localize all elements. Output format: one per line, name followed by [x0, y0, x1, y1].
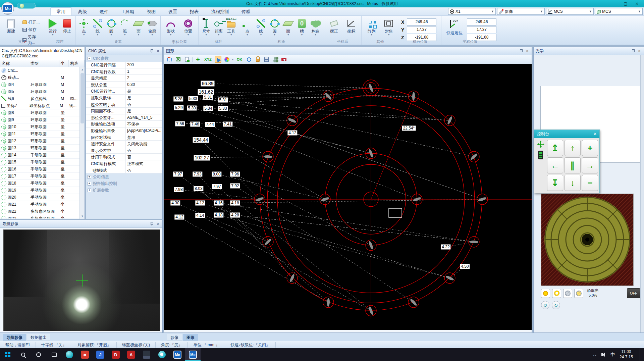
ribbon-tab[interactable]: 硬件: [93, 7, 115, 15]
prop-value[interactable]: [AppPath]\CADPi...: [126, 127, 162, 134]
select-rect-tool[interactable]: [166, 56, 173, 63]
measurement-label[interactable]: 154.44: [193, 137, 209, 143]
ribbon-tab[interactable]: 流程控制: [205, 7, 235, 15]
taskbar-app-4[interactable]: D: [108, 348, 123, 361]
close-button[interactable]: ✕: [631, 0, 643, 7]
ribbon-tab[interactable]: 传感: [235, 7, 257, 15]
gdt-button[interactable]: 形状▾: [163, 17, 179, 39]
prop-row[interactable]: 使用手动模式 否: [86, 154, 162, 160]
jog-speed-indicator[interactable]: [538, 151, 543, 159]
ime-indicator[interactable]: 中: [610, 352, 615, 358]
element-button[interactable]: 圆▾: [105, 17, 117, 39]
redo-icon[interactable]: ↻: [552, 301, 560, 309]
element-button[interactable]: 点▾: [78, 17, 90, 39]
move-all-icon[interactable]: [537, 141, 544, 148]
prop-value[interactable]: 200: [126, 62, 162, 68]
measurement-label[interactable]: 4.50: [460, 264, 470, 269]
scrollbar-thumb[interactable]: [80, 73, 84, 123]
open-button[interactable]: 打开...: [21, 19, 42, 25]
prop-value[interactable]: 2: [126, 75, 162, 81]
scroll-down-icon[interactable]: ▼: [80, 214, 85, 219]
measurement-label[interactable]: 4.18: [230, 201, 240, 206]
ribbon-tab[interactable]: 视图: [141, 7, 162, 15]
measurement-label[interactable]: 8.00: [212, 172, 221, 177]
prop-group-header[interactable]: −Cnc参数: [86, 55, 162, 62]
coordsys-button[interactable]: 坐标: [343, 17, 360, 39]
run-button[interactable]: 运行▾: [46, 17, 59, 39]
tray-expand-icon[interactable]: ︿: [593, 352, 597, 357]
measurement-label[interactable]: 4.22: [441, 245, 450, 250]
prop-value[interactable]: 是: [126, 95, 162, 101]
prop-value[interactable]: 是: [126, 88, 162, 94]
column-cs[interactable]: 坐: [59, 60, 69, 67]
tree-row[interactable]: 线6 多点构线 M 圆...: [0, 95, 85, 102]
jog-button[interactable]: ←: [547, 157, 563, 173]
other-button[interactable]: 阵列▾: [364, 17, 380, 39]
taskbar-app-1[interactable]: [62, 348, 77, 361]
jog-button[interactable]: ↥: [547, 140, 563, 156]
segment-light-button-2[interactable]: [574, 289, 583, 298]
prop-row[interactable]: 超公差转手动 否: [86, 101, 162, 108]
pin-icon[interactable]: [150, 49, 154, 53]
jog-button[interactable]: ↓: [565, 175, 581, 191]
close-icon[interactable]: ✕: [156, 49, 160, 53]
expand-icon[interactable]: +: [88, 175, 91, 179]
jog-button[interactable]: ∥: [565, 157, 581, 173]
tree-row[interactable]: 圆12 环形取圆 坐: [0, 138, 85, 145]
prop-row[interactable]: 形位公差评... ASME_Y14_5: [86, 114, 162, 121]
measurement-label[interactable]: 7.44: [205, 122, 215, 127]
dropdown-select[interactable]: MCS ▼: [595, 8, 643, 15]
measurement-label[interactable]: 7.97: [212, 184, 222, 189]
stop-button[interactable]: 停止: [61, 17, 74, 39]
status-item[interactable]: 对象捕获:『开启』: [72, 342, 116, 348]
status-item[interactable]: 转至极坐标:(关): [117, 342, 156, 348]
close-icon[interactable]: ✕: [525, 49, 530, 53]
prop-row[interactable]: 运行安全文件 关闭此功能: [86, 141, 162, 147]
prop-value[interactable]: 0.30: [126, 82, 162, 88]
tree-row[interactable]: 圆16 手动取圆 坐: [0, 166, 85, 173]
prop-row[interactable]: 默认公差 0.30: [86, 82, 162, 88]
taskbar-app-3[interactable]: J: [93, 348, 108, 361]
fit-view-tool[interactable]: [175, 56, 181, 63]
construct-button[interactable]: 点▾: [241, 17, 254, 39]
ribbon-tab[interactable]: 工具箱: [115, 7, 141, 15]
tree-row[interactable]: 圆20 手动取圆 坐: [0, 194, 85, 201]
measurement-label[interactable]: 5.34: [203, 106, 213, 111]
prop-group-header[interactable]: +报告输出控制: [86, 180, 162, 187]
construct-button[interactable]: 构造▾: [309, 17, 322, 39]
construct-button[interactable]: 线▾: [255, 17, 267, 39]
xyz-tool[interactable]: XYZ: [203, 56, 213, 63]
optics-camera-view[interactable]: [541, 194, 634, 286]
measurement-label[interactable]: 102.27: [194, 155, 210, 161]
prop-value[interactable]: ASME_Y14_5: [126, 114, 162, 121]
ribbon-tab[interactable]: 常用: [50, 7, 72, 15]
report-tool[interactable]: [183, 56, 190, 63]
dropdown-select[interactable]: X1 ▼: [448, 8, 496, 15]
prop-value[interactable]: 否: [126, 167, 162, 173]
tree-row[interactable]: 圆5 环形取圆 M: [0, 88, 85, 95]
pin-icon[interactable]: [631, 49, 635, 53]
quick-position-button[interactable]: 快速定位: [443, 17, 466, 39]
measurement-label[interactable]: 4.12: [195, 201, 205, 206]
measurement-label[interactable]: 4.28: [230, 213, 240, 218]
ring-light-solid-button[interactable]: [541, 289, 550, 298]
tree-row[interactable]: 圆17 手动取圆 坐: [0, 173, 85, 180]
measurement-label[interactable]: 4.16: [214, 201, 223, 206]
tree-row[interactable]: 圆11 环形取圆 坐: [0, 131, 85, 138]
light-off-button[interactable]: OFF: [627, 288, 640, 298]
measurement-label[interactable]: 66.89: [201, 81, 214, 87]
prop-group-header[interactable]: +公司信息: [86, 173, 162, 180]
column-construct[interactable]: 构造: [69, 60, 85, 67]
ribbon-tab[interactable]: 设置: [162, 7, 183, 15]
jog-button[interactable]: +: [582, 140, 598, 156]
prop-row[interactable]: 飞拍模式 否: [86, 167, 162, 174]
prop-row[interactable]: CNC运行次数 1: [86, 68, 162, 75]
prop-value[interactable]: 否: [126, 147, 162, 154]
measurement-label[interactable]: 22.54°: [402, 126, 416, 131]
taskbar-app-2[interactable]: ☻: [77, 348, 93, 361]
prop-row[interactable]: 抓取失败转... 是: [86, 95, 162, 101]
distance-button[interactable]: 距离▾: [213, 17, 224, 39]
measurement-label[interactable]: 4.14: [195, 213, 205, 218]
prop-row[interactable]: CNC运行间隔 200: [86, 62, 162, 68]
prop-value[interactable]: 否: [126, 154, 162, 160]
